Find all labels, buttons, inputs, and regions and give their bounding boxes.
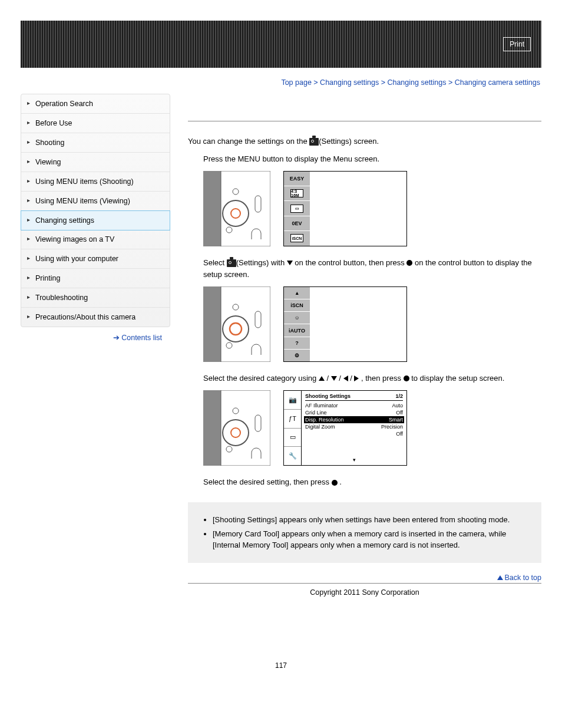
notes-box: [Shooting Settings] appears only when se…: [188, 502, 541, 563]
header-bar: Print: [21, 21, 541, 68]
note-item: [Memory Card Tool] appears only when a m…: [213, 528, 530, 551]
sidebar-item-8[interactable]: Using with your computer: [21, 249, 170, 269]
sidebar-item-9[interactable]: Printing: [21, 269, 170, 288]
settings-category-icon: 📷: [284, 391, 301, 410]
menu-cell: ▴: [284, 287, 310, 299]
note-item: [Shooting Settings] appears only when se…: [213, 514, 530, 526]
svg-rect-1: [221, 171, 270, 246]
left-arrow-icon: [343, 375, 348, 381]
settings-row: Digital ZoomPrecision: [305, 423, 403, 430]
camera-illustration: [203, 286, 270, 362]
breadcrumb-current: Changing camera settings: [455, 78, 540, 87]
copyright: Copyright 2011 Sony Corporation: [188, 584, 541, 597]
breadcrumb-link-1[interactable]: Changing settings: [320, 78, 379, 87]
sidebar-item-5[interactable]: Using MENU items (Viewing): [21, 192, 170, 211]
svg-rect-7: [203, 286, 221, 362]
center-button-icon: [406, 260, 412, 266]
step-1-text: Press the MENU button to display the Men…: [203, 153, 541, 165]
settings-category-icon: ▭: [284, 429, 301, 447]
menu-cell: 0EV: [284, 216, 310, 231]
sidebar-item-1[interactable]: Before Use: [21, 114, 170, 133]
step-3-text: Select the desired category using / / / …: [203, 373, 541, 384]
step-4-text: Select the desired setting, then press .: [203, 476, 541, 488]
center-button-icon: [332, 480, 338, 486]
svg-rect-8: [221, 286, 270, 362]
menu-cell: EASY: [284, 172, 310, 186]
figure-2: ▴iSCN☺iAUTO?⚙: [203, 286, 541, 362]
sidebar-item-0[interactable]: Operation Search: [21, 94, 170, 114]
camera-illustration: [203, 390, 270, 466]
settings-screen: 📷ƒT▭🔧 Shooting Settings1/2 AF Illuminato…: [283, 390, 407, 466]
intro-paragraph: You can change the settings on the (Sett…: [188, 136, 541, 147]
figure-1: EASY4:3 16M▭0EViSCN: [203, 171, 541, 246]
svg-rect-15: [221, 390, 270, 466]
sidebar-item-11[interactable]: Precautions/About this camera: [21, 308, 170, 327]
menu-cell: ?: [284, 337, 310, 350]
main-content: You can change the settings on the (Sett…: [188, 94, 541, 597]
svg-rect-14: [203, 390, 221, 466]
print-button[interactable]: Print: [503, 37, 531, 51]
breadcrumb-link-2[interactable]: Changing settings: [387, 78, 446, 87]
settings-row: Grid LineOff: [305, 409, 403, 416]
settings-row: AF IlluminatorAuto: [305, 402, 403, 409]
menu-screen-2: ▴iSCN☺iAUTO?⚙: [283, 286, 407, 362]
sidebar-item-6[interactable]: Changing settings: [21, 210, 170, 230]
svg-rect-0: [203, 171, 221, 246]
sidebar-item-4[interactable]: Using MENU items (Shooting): [21, 172, 170, 192]
settings-row: Disp. ResolutionSmart: [304, 416, 404, 423]
page-number: 117: [21, 661, 541, 670]
back-to-top-link[interactable]: Back to top: [504, 574, 541, 582]
back-to-top[interactable]: Back to top: [188, 574, 541, 582]
settings-icon: [227, 259, 236, 267]
menu-cell: ☺: [284, 312, 310, 324]
settings-icon: [309, 138, 319, 146]
menu-cell: 4:3 16M: [284, 186, 310, 201]
settings-category-icon: ƒT: [284, 410, 301, 429]
breadcrumb: Top page > Changing settings > Changing …: [21, 68, 541, 94]
up-arrow-icon: [497, 575, 503, 580]
settings-row: Off: [305, 430, 403, 437]
menu-cell: ▭: [284, 201, 310, 216]
figure-3: 📷ƒT▭🔧 Shooting Settings1/2 AF Illuminato…: [203, 390, 541, 466]
step-2-text: Select (Settings) with on the control bu…: [203, 257, 541, 281]
sidebar-item-2[interactable]: Shooting: [21, 133, 170, 153]
menu-cell: iSCN: [284, 231, 310, 245]
up-arrow-icon: [319, 376, 325, 381]
menu-cell: iSCN: [284, 299, 310, 312]
arrow-right-icon: ➔: [113, 334, 121, 342]
center-button-icon: [404, 375, 409, 381]
divider: [188, 121, 541, 121]
sidebar-item-7[interactable]: Viewing images on a TV: [21, 230, 170, 249]
menu-screen-1: EASY4:3 16M▭0EViSCN: [283, 171, 407, 246]
down-arrow-icon: [331, 376, 337, 381]
sidebar: Operation SearchBefore UseShootingViewin…: [21, 94, 170, 597]
sidebar-item-3[interactable]: Viewing: [21, 153, 170, 172]
sidebar-item-10[interactable]: Troubleshooting: [21, 288, 170, 308]
breadcrumb-link-0[interactable]: Top page: [281, 78, 311, 87]
camera-illustration: [203, 171, 270, 246]
menu-cell: iAUTO: [284, 324, 310, 337]
contents-list-link[interactable]: Contents list: [121, 334, 162, 342]
menu-cell: ⚙: [284, 350, 310, 361]
down-arrow-icon: [287, 261, 293, 265]
settings-category-icon: 🔧: [284, 447, 301, 465]
